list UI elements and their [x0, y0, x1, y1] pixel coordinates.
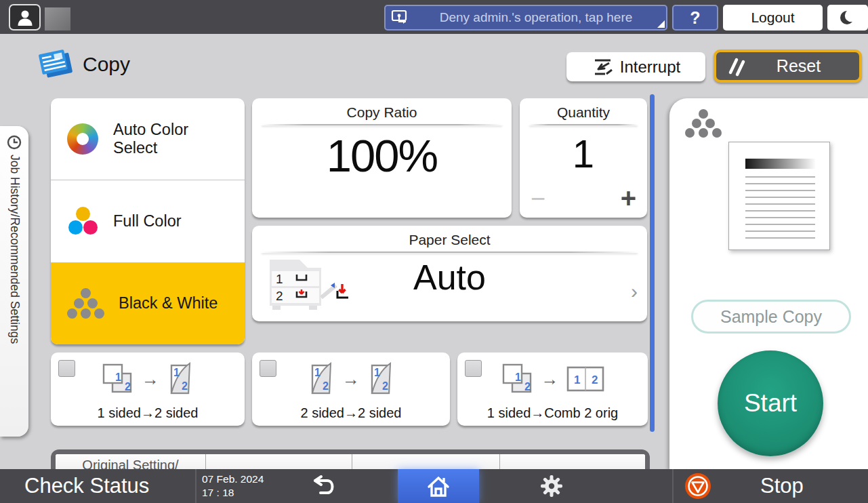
interrupt-icon [592, 58, 613, 77]
duplex-1to2-card[interactable]: 2 1 → 1 2 1 sided→2 sided [51, 353, 245, 426]
banner-corner-mark [657, 20, 665, 28]
system-bar: Check Status 07 Feb. 2024 17 : 18 [0, 469, 868, 503]
svg-text:2: 2 [276, 289, 283, 303]
paper-select-title: Paper Select [252, 232, 647, 248]
svg-text:2: 2 [382, 380, 388, 392]
settings-button[interactable] [527, 469, 576, 503]
divider [529, 124, 638, 125]
top-bar: Deny admin.'s operation, tap here ? Logo… [0, 0, 868, 34]
reset-label: Reset [747, 56, 850, 76]
copy-ratio-title: Copy Ratio [252, 104, 512, 121]
interrupt-button[interactable]: Interrupt [566, 52, 705, 81]
reset-slashes-icon [727, 56, 747, 77]
stop-icon [684, 472, 711, 500]
chevron-right-icon: › [631, 280, 638, 303]
copy-ratio-value: 100% [252, 129, 512, 182]
help-button[interactable]: ? [672, 5, 718, 31]
combine-2orig-card[interactable]: 2 1 → 1 2 1 sided→Comb 2 orig [457, 353, 648, 426]
user-login-button[interactable] [9, 4, 41, 31]
start-button[interactable]: Start [718, 350, 823, 456]
quantity-title: Quantity [520, 104, 647, 121]
document-preview [728, 142, 830, 250]
banner-text: Deny admin.'s operation, tap here [411, 10, 661, 25]
check-status-button[interactable]: Check Status [24, 474, 149, 498]
two-sided-page-icon: 1 2 [307, 361, 335, 397]
black-white-icon [67, 288, 104, 319]
divider [672, 469, 674, 503]
clock-icon [7, 135, 22, 150]
printer-trays-icon: 1 2 [264, 249, 366, 314]
svg-text:1: 1 [574, 374, 580, 386]
home-icon [425, 472, 452, 500]
svg-text:2: 2 [323, 380, 329, 392]
arrow-right-icon: → [342, 369, 360, 390]
time-label: 17 : 18 [202, 486, 264, 500]
preview-gradient-bar [745, 159, 815, 169]
color-mode-full-color[interactable]: Full Color [51, 180, 245, 262]
gear-icon [539, 474, 564, 498]
person-icon [16, 8, 35, 27]
color-mode-auto-color-select[interactable]: Auto Color Select [51, 98, 245, 180]
auto-color-icon [67, 123, 98, 155]
stacked-pages-icon: 2 1 [501, 362, 535, 396]
back-button[interactable] [293, 469, 354, 503]
logout-label: Logout [751, 9, 794, 26]
stacked-pages-icon: 2 1 [101, 362, 135, 396]
svg-text:1: 1 [173, 367, 180, 378]
moon-icon [839, 9, 856, 26]
duplex-2to2-label: 2 sided→2 sided [252, 405, 450, 421]
two-sided-page-icon: 1 2 [367, 361, 395, 397]
auto-color-label: Auto Color Select [113, 121, 222, 157]
svg-text:1: 1 [115, 371, 121, 383]
color-mode-black-white[interactable]: Black & White [51, 263, 245, 344]
logout-button[interactable]: Logout [723, 5, 823, 31]
black-white-label: Black & White [119, 294, 227, 313]
combined-page-icon: 1 2 [566, 365, 605, 393]
duplex-1to2-label: 1 sided→2 sided [51, 405, 245, 421]
back-arrow-icon [307, 475, 339, 498]
divider [262, 124, 502, 125]
svg-text:1: 1 [276, 272, 283, 286]
full-color-icon [67, 205, 98, 237]
quantity-increase-button[interactable]: + [621, 183, 636, 214]
svg-text:1: 1 [515, 371, 521, 383]
svg-text:1: 1 [374, 367, 380, 378]
start-label: Start [744, 389, 797, 418]
user-color-swatch [45, 7, 70, 31]
stop-button[interactable]: Stop [684, 469, 861, 503]
job-history-tab-label: Job History/Recommended Settings [7, 155, 22, 344]
svg-text:2: 2 [125, 381, 131, 393]
reset-button[interactable]: Reset [714, 49, 862, 83]
combine-2orig-label: 1 sided→Comb 2 orig [457, 405, 648, 421]
interrupt-label: Interrupt [620, 58, 680, 77]
paper-select-card[interactable]: Paper Select Auto › 1 2 [252, 226, 647, 321]
svg-text:2: 2 [592, 374, 598, 386]
two-sided-page-icon: 1 2 [166, 361, 194, 397]
quantity-value: 1 [520, 131, 647, 176]
svg-text:2: 2 [524, 381, 531, 393]
page-title: Copy [83, 53, 130, 76]
sample-copy-button[interactable]: Sample Copy [691, 300, 851, 334]
job-history-tab[interactable]: Job History/Recommended Settings [0, 126, 28, 437]
black-white-mode-indicator-icon [684, 109, 722, 138]
sleep-mode-button[interactable] [827, 5, 868, 31]
quantity-decrease-button[interactable]: − [531, 184, 545, 214]
arrow-right-icon: → [142, 369, 159, 390]
sample-copy-label: Sample Copy [720, 307, 822, 327]
stop-label: Stop [760, 474, 804, 498]
divider [195, 469, 197, 503]
job-preview-panel: Sample Copy Start [669, 98, 868, 469]
date-time: 07 Feb. 2024 17 : 18 [202, 472, 264, 500]
copy-ratio-card[interactable]: Copy Ratio 100% [252, 98, 512, 218]
remote-operation-icon [391, 8, 411, 27]
date-label: 07 Feb. 2024 [202, 472, 264, 486]
duplex-2to2-card[interactable]: 1 2 → 1 2 2 sided→2 sided [252, 353, 450, 426]
quantity-card[interactable]: Quantity 1 − + [520, 98, 647, 218]
help-label: ? [690, 8, 700, 28]
scrollbar[interactable] [650, 94, 655, 432]
color-mode-group: Auto Color Select Full Color Black & Whi… [51, 98, 245, 344]
admin-operation-banner[interactable]: Deny admin.'s operation, tap here [384, 5, 667, 31]
copy-app-icon [35, 46, 75, 81]
home-button[interactable] [398, 469, 479, 503]
svg-text:1: 1 [314, 367, 321, 378]
